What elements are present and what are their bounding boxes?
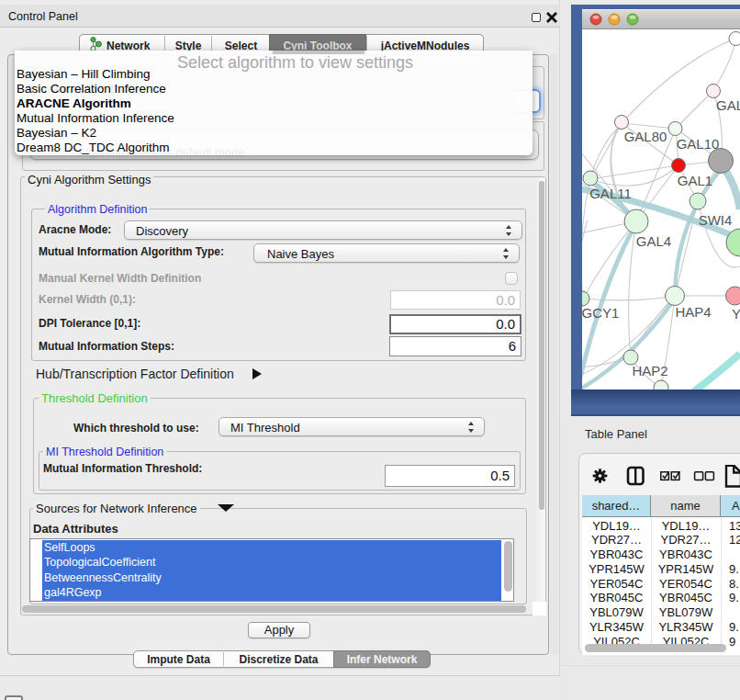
svg-text:Y: Y: [732, 306, 740, 322]
svg-text:HAP2: HAP2: [632, 363, 667, 378]
svg-text:GCY1: GCY1: [582, 305, 619, 321]
svg-text:GAL10: GAL10: [677, 136, 720, 152]
svg-text:GAL11: GAL11: [589, 186, 632, 201]
svg-text:GAL80: GAL80: [624, 129, 667, 144]
svg-text:GAL1: GAL1: [678, 173, 712, 188]
svg-text:GAL4: GAL4: [636, 233, 671, 249]
svg-text:HAP4: HAP4: [675, 304, 711, 320]
svg-text:GAL: GAL: [716, 97, 740, 113]
svg-text:SWI4: SWI4: [699, 212, 733, 228]
